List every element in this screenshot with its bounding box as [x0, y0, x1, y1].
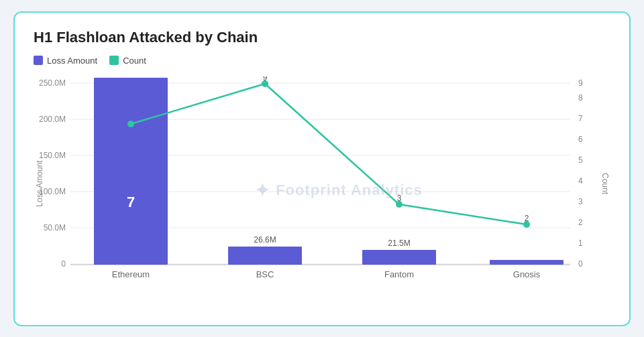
y-right-6: 6 — [578, 135, 583, 144]
x-label-fantom: Fantom — [384, 269, 414, 279]
bar-bsc — [228, 247, 302, 265]
y-axis-right-title: Count — [600, 172, 610, 194]
count-line — [131, 84, 527, 224]
x-label-bsc: BSC — [256, 269, 274, 279]
y-right-2: 2 — [578, 218, 583, 227]
count-label-fantom: 3 — [397, 194, 402, 203]
legend-loss-label: Loss Amount — [47, 56, 97, 66]
bar-gnosis — [490, 260, 564, 265]
legend-loss-amount: Loss Amount — [34, 56, 97, 66]
legend-loss-box — [34, 56, 43, 65]
chart-svg: 0 50.0M 100.0M 150.0M 200.0M 250.0M Loss… — [34, 76, 610, 304]
chart-legend: Loss Amount Count — [34, 56, 610, 66]
y-label-250m: 250.0M — [39, 78, 66, 88]
count-label-ethereum: 7 — [127, 194, 135, 210]
y-right-0: 0 — [578, 259, 583, 269]
chart-card: H1 Flashloan Attacked by Chain Loss Amou… — [13, 11, 631, 326]
bar-fantom — [362, 250, 436, 265]
y-right-9: 9 — [578, 78, 583, 88]
y-label-0: 0 — [61, 259, 66, 269]
legend-count-box — [109, 56, 119, 65]
label-bsc: 26.6M — [254, 235, 276, 245]
x-label-gnosis: Gnosis — [513, 269, 541, 279]
count-label-gnosis: 2 — [525, 214, 529, 223]
y-label-150m: 150.0M — [39, 151, 66, 160]
y-label-50m: 50.0M — [44, 223, 66, 232]
y-right-8: 8 — [578, 93, 583, 103]
chart-title: H1 Flashloan Attacked by Chain — [34, 29, 610, 46]
x-label-ethereum: Ethereum — [112, 269, 150, 279]
label-fantom: 21.5M — [388, 239, 410, 248]
count-label-bsc: 9 — [263, 76, 268, 82]
chart-area: ✦ Footprint Analytics 0 50.0M 100.0M 150… — [34, 76, 610, 304]
y-axis-left-title: Loss Amount — [35, 159, 44, 206]
y-right-1: 1 — [578, 239, 583, 248]
dot-ethereum — [127, 121, 134, 127]
legend-count: Count — [109, 56, 146, 66]
legend-count-label: Count — [123, 56, 146, 66]
y-right-5: 5 — [578, 155, 583, 165]
y-label-200m: 200.0M — [39, 115, 66, 124]
bar-ethereum — [94, 78, 168, 265]
y-right-7: 7 — [578, 114, 583, 123]
y-right-4: 4 — [578, 176, 583, 186]
y-right-3: 3 — [578, 197, 583, 206]
